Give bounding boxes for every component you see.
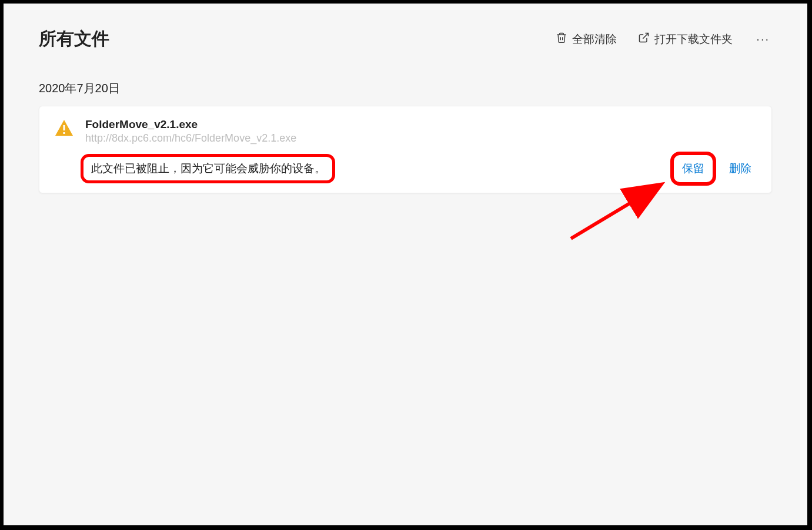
trash-icon <box>556 32 567 46</box>
date-label: 2020年7月20日 <box>39 80 772 96</box>
svg-rect-1 <box>64 132 65 134</box>
delete-button[interactable]: 删除 <box>723 157 757 180</box>
keep-button[interactable]: 保留 <box>676 157 710 180</box>
header-actions: 全部清除 打开下载文件夹 ··· <box>556 32 772 47</box>
download-group: 2020年7月20日 FolderMove_v2.1.exe http://8d… <box>39 80 772 193</box>
open-external-icon <box>638 32 650 46</box>
file-name: FolderMove_v2.1.exe <box>85 118 757 131</box>
more-horizontal-icon: ··· <box>756 32 770 46</box>
warning-icon <box>54 118 75 142</box>
more-button[interactable]: ··· <box>754 32 772 46</box>
page-title: 所有文件 <box>39 27 109 51</box>
download-item: FolderMove_v2.1.exe http://8dx.pc6.com/h… <box>39 106 772 193</box>
open-folder-label: 打开下载文件夹 <box>654 32 733 47</box>
svg-rect-0 <box>64 125 65 130</box>
file-url: http://8dx.pc6.com/hc6/FolderMove_v2.1.e… <box>85 132 757 145</box>
clear-all-button[interactable]: 全部清除 <box>556 32 617 47</box>
open-folder-button[interactable]: 打开下载文件夹 <box>638 32 733 47</box>
downloads-header: 所有文件 全部清除 打开下 <box>39 27 772 51</box>
blocked-message: 此文件已被阻止，因为它可能会威胁你的设备。 <box>85 157 332 180</box>
clear-all-label: 全部清除 <box>572 32 617 47</box>
